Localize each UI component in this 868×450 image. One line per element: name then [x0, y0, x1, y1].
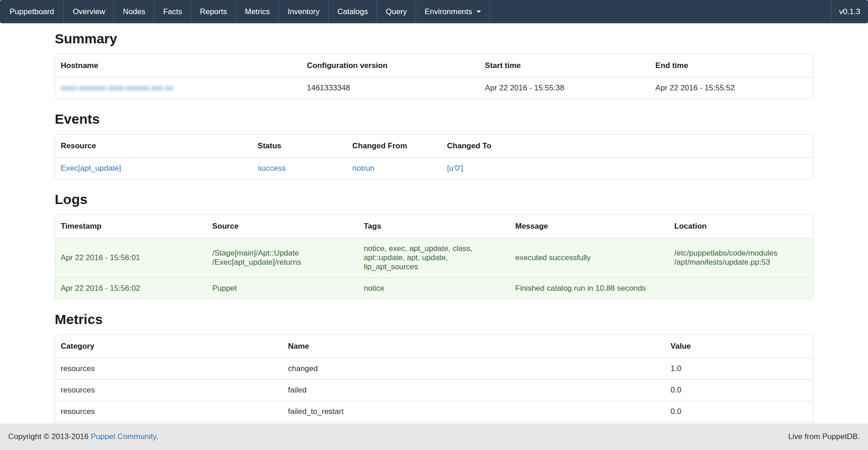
tags-cell: notice, exec, apt_update, class, apt::up…: [358, 238, 510, 277]
events-header-row: Resource Status Changed From Changed To: [55, 135, 813, 157]
event-row: Exec[apt_update] success notrun [u'0']: [55, 157, 813, 179]
page: Puppetboard Overview Nodes Facts Reports…: [0, 0, 868, 450]
hostname-cell: xxxx-xxxxxxx.xxxx-xxxxxx.xxx.xx: [55, 77, 302, 99]
nav-item-query[interactable]: Query: [377, 0, 416, 23]
column-header-timestamp: Timestamp: [55, 215, 207, 238]
hostname-link-redacted[interactable]: xxxx-xxxxxxx.xxxx-xxxxxx.xxx.xx: [61, 84, 173, 92]
nav-item-inventory[interactable]: Inventory: [279, 0, 329, 23]
name-cell: changed: [282, 358, 665, 379]
nav-item-nodes[interactable]: Nodes: [114, 0, 154, 23]
resource-cell: Exec[apt_update]: [55, 157, 252, 179]
logs-header-row: Timestamp Source Tags Message Location: [55, 215, 813, 238]
caret-down-icon: [476, 10, 481, 13]
summary-row: xxxx-xxxxxxx.xxxx-xxxxxx.xxx.xx 14613333…: [55, 77, 813, 99]
nav-brand-puppetboard[interactable]: Puppetboard: [0, 0, 64, 23]
column-header-category: Category: [55, 335, 282, 358]
source-cell: Puppet: [207, 277, 358, 299]
timestamp-cell: Apr 22 2016 - 15:56:01: [55, 238, 207, 277]
resource-link[interactable]: Exec[apt_update]: [61, 164, 121, 173]
metric-row: resources failed_to_restart 0.0: [55, 401, 813, 422]
location-cell: [669, 277, 813, 299]
message-cell: executed successfully: [510, 238, 669, 277]
events-table: Resource Status Changed From Changed To …: [55, 134, 813, 179]
column-header-hostname: Hostname: [55, 54, 302, 77]
nav-item-overview[interactable]: Overview: [64, 0, 114, 23]
version-badge: v0.1.3: [831, 0, 868, 23]
log-row: Apr 22 2016 - 15:56:02 Puppet notice Fin…: [55, 277, 813, 299]
metrics-heading: Metrics: [55, 312, 813, 326]
status-link[interactable]: success: [258, 164, 286, 173]
copyright-period: .: [156, 432, 158, 441]
start-time-cell: Apr 22 2016 - 15:55:38: [480, 77, 650, 99]
nav-item-metrics[interactable]: Metrics: [236, 0, 279, 23]
location-cell: /etc/puppetlabs/code/modules /apt/manife…: [669, 238, 813, 277]
main-content: Summary Hostname Configuration version S…: [55, 31, 813, 438]
value-cell: 0.0: [665, 401, 813, 422]
category-cell: resources: [55, 401, 282, 422]
column-header-status: Status: [252, 135, 347, 157]
summary-header-row: Hostname Configuration version Start tim…: [55, 54, 813, 77]
log-row: Apr 22 2016 - 15:56:01 /Stage[main]/Apt:…: [55, 238, 813, 277]
logs-table: Timestamp Source Tags Message Location A…: [55, 215, 813, 299]
changed-to-link[interactable]: [u'0']: [447, 164, 463, 173]
puppet-community-link[interactable]: Puppet Community: [91, 432, 156, 441]
navbar: Puppetboard Overview Nodes Facts Reports…: [0, 0, 868, 23]
nav-item-reports[interactable]: Reports: [191, 0, 236, 23]
nav-item-facts[interactable]: Facts: [154, 0, 191, 23]
message-cell: Finished catalog run in 10.88 seconds: [510, 277, 669, 299]
column-header-start-time: Start time: [480, 54, 650, 77]
source-cell: /Stage[main]/Apt::Update /Exec[apt_updat…: [207, 238, 358, 277]
tags-cell: notice: [358, 277, 510, 299]
nav-item-catalogs[interactable]: Catalogs: [329, 0, 377, 23]
nav-dropdown-environments[interactable]: Environments: [416, 0, 490, 23]
status-cell: success: [252, 157, 347, 179]
footer-copyright: Copyright © 2013-2016 Puppet Community.: [8, 432, 158, 441]
category-cell: resources: [55, 379, 282, 401]
value-cell: 1.0: [665, 358, 813, 379]
category-cell: resources: [55, 358, 282, 379]
metric-row: resources changed 1.0: [55, 358, 813, 379]
column-header-location: Location: [669, 215, 813, 238]
name-cell: failed_to_restart: [282, 401, 665, 422]
changed-from-link[interactable]: notrun: [352, 164, 374, 173]
value-cell: 0.0: [665, 379, 813, 401]
name-cell: failed: [282, 379, 665, 401]
end-time-cell: Apr 22 2016 - 15:55:52: [650, 77, 813, 99]
column-header-value: Value: [665, 335, 813, 358]
navbar-spacer: [490, 0, 831, 23]
column-header-end-time: End time: [650, 54, 813, 77]
column-header-changed-from: Changed From: [347, 135, 442, 157]
timestamp-cell: Apr 22 2016 - 15:56:02: [55, 277, 207, 299]
metrics-table: Category Name Value resources changed 1.…: [55, 335, 813, 438]
changed-to-cell: [u'0']: [442, 157, 813, 179]
configuration-version-cell: 1461333348: [302, 77, 480, 99]
column-header-resource: Resource: [55, 135, 252, 157]
metric-row: resources failed 0.0: [55, 379, 813, 401]
logs-heading: Logs: [55, 192, 813, 206]
copyright-text: Copyright © 2013-2016: [8, 432, 91, 441]
column-header-changed-to: Changed To: [442, 135, 813, 157]
changed-from-cell: notrun: [347, 157, 442, 179]
footer-live-status: Live from PuppetDB.: [788, 432, 860, 441]
column-header-source: Source: [207, 215, 358, 238]
summary-heading: Summary: [55, 31, 813, 46]
events-heading: Events: [55, 112, 813, 126]
metrics-header-row: Category Name Value: [55, 335, 813, 358]
footer: Copyright © 2013-2016 Puppet Community. …: [0, 424, 868, 450]
column-header-configuration-version: Configuration version: [302, 54, 480, 77]
column-header-message: Message: [510, 215, 669, 238]
column-header-name: Name: [282, 335, 665, 358]
column-header-tags: Tags: [358, 215, 510, 238]
nav-dropdown-environments-label: Environments: [425, 7, 472, 16]
summary-table: Hostname Configuration version Start tim…: [55, 54, 813, 99]
